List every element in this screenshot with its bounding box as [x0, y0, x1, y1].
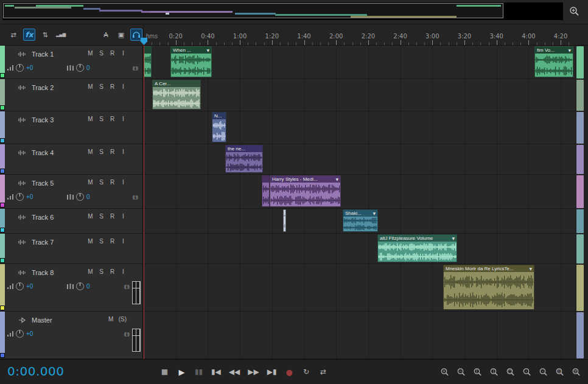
track-s-button[interactable]: S: [98, 116, 105, 122]
move-tool-icon[interactable]: ⇄: [7, 29, 19, 41]
volume-knob[interactable]: [16, 193, 24, 201]
track-name[interactable]: Track 6: [32, 214, 54, 221]
track-r-button[interactable]: R: [109, 83, 116, 90]
pan-knob[interactable]: [76, 193, 84, 201]
audio-clip[interactable]: [262, 175, 270, 207]
clip-menu-icon[interactable]: ▼: [529, 267, 532, 271]
track-i-button[interactable]: I: [120, 213, 127, 220]
zoom-in-button[interactable]: +: [440, 368, 450, 377]
overview-viewport[interactable]: [3, 3, 503, 18]
input-monitor-icon[interactable]: ((·)): [124, 331, 129, 337]
track-name[interactable]: Track 7: [32, 239, 54, 246]
track-i-button[interactable]: I: [120, 238, 127, 245]
timeline-lanes[interactable]: When ...▼fim Vo...▼A Cer...N...the ne...…: [144, 46, 575, 359]
overview-zoom-icon[interactable]: [565, 4, 584, 19]
metering-icon[interactable]: ▂▄▆: [55, 29, 67, 41]
zoom-full-button[interactable]: ≡: [572, 368, 582, 377]
track-s-button[interactable]: S: [98, 50, 105, 57]
track-s-button[interactable]: S: [98, 148, 105, 155]
timeline-ruler[interactable]: hms 0:200:401:001:201:402:002:202:403:00…: [143, 24, 575, 45]
track-name[interactable]: Master: [32, 316, 52, 324]
track-header-8[interactable]: Track 8MSRI+00((·)): [0, 264, 142, 312]
audio-clip[interactable]: fim Vo...▼: [534, 46, 573, 77]
track-name[interactable]: Track 8: [32, 269, 54, 276]
scroll-strip-segment[interactable]: [576, 112, 584, 144]
track-s-button[interactable]: S: [98, 83, 105, 90]
track-r-button[interactable]: R: [109, 148, 116, 155]
track-r-button[interactable]: R: [109, 213, 116, 220]
scroll-strip-segment[interactable]: [576, 234, 584, 264]
scroll-strip-segment[interactable]: [576, 209, 584, 233]
session-overview[interactable]: [2, 2, 563, 20]
auto-crossfade-icon[interactable]: A: [100, 29, 112, 41]
zoom-in-right-button[interactable]: ›: [539, 368, 549, 377]
track-name[interactable]: Track 2: [32, 84, 54, 91]
track-i-button[interactable]: I: [120, 148, 127, 155]
track-header-4[interactable]: Track 4MSRI: [0, 144, 142, 175]
track-header-5[interactable]: Track 5MSRI+00((·)): [0, 175, 142, 209]
playhead-time-display[interactable]: 0:00.000: [7, 364, 64, 379]
track-header-7[interactable]: Track 7MSRI: [0, 234, 142, 264]
input-monitor-icon[interactable]: ((·)): [133, 194, 138, 200]
scroll-strip-segment[interactable]: [576, 46, 584, 79]
track-header-6[interactable]: Track 6MSRI: [0, 209, 142, 234]
punch-record-icon[interactable]: ▣: [115, 29, 127, 41]
audio-clip[interactable]: [283, 209, 286, 232]
track-i-button[interactable]: I: [120, 50, 127, 57]
audio-clip[interactable]: altJ Fitzpleasure Volume▼: [377, 234, 457, 262]
track-s-button[interactable]: S: [98, 179, 105, 186]
skip-to-end-button[interactable]: ▶▮: [267, 368, 277, 376]
track-m-button[interactable]: M: [87, 116, 94, 122]
rewind-button[interactable]: ◀◀: [229, 368, 240, 376]
track-r-button[interactable]: R: [109, 238, 116, 245]
track-s-button[interactable]: (S): [119, 316, 127, 323]
track-i-button[interactable]: I: [120, 268, 127, 275]
track-header-master[interactable]: MasterM(S)+0((·)): [0, 312, 142, 359]
pan-knob[interactable]: [76, 64, 84, 72]
zoom-in-at-in-point-button[interactable]: [: [473, 368, 483, 377]
track-m-button[interactable]: M: [87, 148, 94, 155]
track-name[interactable]: Track 3: [32, 116, 54, 124]
clip-menu-icon[interactable]: ▼: [452, 236, 455, 240]
audio-clip[interactable]: When ...▼: [170, 46, 212, 77]
zoom-out-left-button[interactable]: ‹: [522, 368, 533, 377]
record-button[interactable]: ●: [285, 368, 294, 377]
pan-knob[interactable]: [76, 282, 84, 290]
track-m-button[interactable]: M: [87, 179, 94, 186]
clip-menu-icon[interactable]: ▼: [335, 177, 338, 181]
volume-knob[interactable]: [16, 330, 24, 338]
stop-button[interactable]: ■: [160, 368, 169, 376]
pause-button[interactable]: ▮▮: [194, 368, 203, 376]
scroll-strip-segment[interactable]: [576, 80, 584, 111]
track-s-button[interactable]: S: [98, 213, 105, 220]
zoom-in-at-out-point-button[interactable]: ]: [489, 368, 500, 377]
skip-selection-button[interactable]: ⇄: [319, 368, 328, 376]
clip-menu-icon[interactable]: ▼: [206, 48, 209, 52]
loop-playback-button[interactable]: ↻: [302, 368, 311, 376]
track-s-button[interactable]: S: [98, 238, 105, 245]
track-r-button[interactable]: R: [109, 268, 116, 275]
track-scroll-strip[interactable]: [576, 46, 584, 359]
zoom-to-selection-button[interactable]: □: [506, 368, 516, 377]
input-monitor-icon[interactable]: ((·)): [124, 284, 129, 289]
scroll-strip-segment[interactable]: [576, 312, 584, 358]
track-i-button[interactable]: I: [120, 179, 127, 186]
zoom-to-in-out-button[interactable]: (): [555, 368, 565, 377]
track-m-button[interactable]: M: [87, 50, 94, 57]
track-m-button[interactable]: M: [108, 316, 114, 323]
play-button[interactable]: ▶: [177, 368, 186, 377]
slip-tool-icon[interactable]: ⇅: [39, 29, 51, 41]
track-header-1[interactable]: Track 1MSRI+00((·)): [0, 46, 142, 79]
track-name[interactable]: Track 5: [32, 180, 54, 187]
input-monitor-icon[interactable]: ((·)): [133, 65, 138, 71]
track-m-button[interactable]: M: [87, 238, 94, 245]
track-m-button[interactable]: M: [87, 213, 94, 220]
fast-forward-button[interactable]: ▶▶: [248, 368, 259, 376]
track-name[interactable]: Track 4: [32, 149, 54, 156]
ruler-unit-label[interactable]: hms: [146, 33, 158, 40]
audio-clip[interactable]: N...: [212, 112, 226, 142]
clip-menu-icon[interactable]: ▼: [373, 211, 376, 215]
effects-rack-icon[interactable]: fx: [23, 29, 35, 41]
volume-knob[interactable]: [16, 282, 24, 290]
audio-clip[interactable]: Mneskin Morir da Re LyricsTe...▼: [443, 265, 534, 310]
